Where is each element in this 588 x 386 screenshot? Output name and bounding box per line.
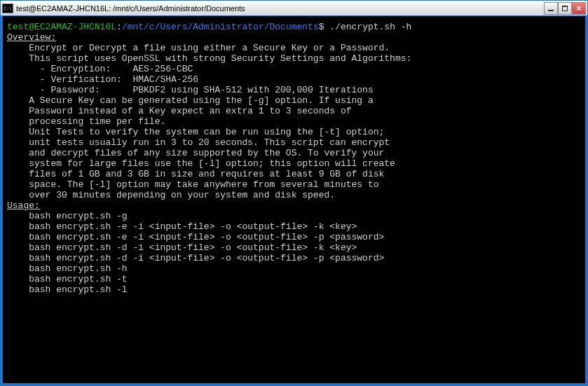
- titlebar[interactable]: C:\ test@EC2AMAZ-JHCN16L: /mnt/c/Users/A…: [1, 1, 587, 16]
- maximize-icon: [562, 6, 568, 11]
- output-line: bash encrypt.sh -g: [7, 211, 581, 221]
- output-line: Unit Tests to verify the system can be r…: [7, 127, 581, 137]
- prompt-dollar: $: [319, 22, 324, 32]
- output-line: bash encrypt.sh -h: [7, 263, 581, 274]
- terminal-window: C:\ test@EC2AMAZ-JHCN16L: /mnt/c/Users/A…: [0, 0, 588, 386]
- terminal-icon: C:\: [2, 4, 13, 13]
- output-line: unit tests usually run in 3 to 20 second…: [7, 137, 581, 148]
- output-line: bash encrypt.sh -d -i <input-file> -o <o…: [7, 253, 581, 263]
- close-button[interactable]: ×: [572, 2, 586, 15]
- output-line: bash encrypt.sh -d -i <input-file> -o <o…: [7, 242, 581, 253]
- minimize-button[interactable]: [544, 2, 558, 15]
- prompt-path: /mnt/c/Users/Administrator/Documents: [122, 22, 319, 32]
- output-line: system for large files use the [-l] opti…: [7, 158, 581, 169]
- output-line: Encrypt or Decrypt a file using either a…: [7, 43, 581, 53]
- output-line: files of 1 GB and 3 GB in size and requi…: [7, 169, 581, 179]
- output-line: and decrypt files of any size supported …: [7, 148, 581, 158]
- minimize-icon: [548, 10, 554, 11]
- close-icon: ×: [576, 4, 581, 13]
- output-line: bash encrypt.sh -e -i <input-file> -o <o…: [7, 232, 581, 242]
- window-controls: ×: [544, 2, 586, 15]
- usage-header: Usage:: [7, 200, 581, 211]
- output-line: processing time per file.: [7, 116, 581, 127]
- output-line: This script uses OpenSSL with strong Sec…: [7, 53, 581, 64]
- prompt-separator: :: [116, 22, 122, 32]
- prompt-line: test@EC2AMAZ-JHCN16L:/mnt/c/Users/Admini…: [7, 22, 581, 32]
- terminal-body[interactable]: test@EC2AMAZ-JHCN16L:/mnt/c/Users/Admini…: [1, 16, 587, 385]
- output-line: over 30 minutes depending on your system…: [7, 190, 581, 200]
- output-line: A Secure Key can be generated using the …: [7, 95, 581, 106]
- overview-header: Overview:: [7, 32, 581, 43]
- output-line: bash encrypt.sh -t: [7, 274, 581, 284]
- output-line: - Encryption: AES-256-CBC: [7, 64, 581, 74]
- output-line: space. The [-l] option may take anywhere…: [7, 179, 581, 190]
- output-line: - Verification: HMAC/SHA-256: [7, 74, 581, 85]
- maximize-button[interactable]: [558, 2, 572, 15]
- window-title: test@EC2AMAZ-JHCN16L: /mnt/c/Users/Admin…: [16, 4, 544, 13]
- command-text: ./encrypt.sh -h: [329, 22, 411, 32]
- output-line: bash encrypt.sh -l: [7, 284, 581, 295]
- output-line: - Password: PBKDF2 using SHA-512 with 20…: [7, 85, 581, 95]
- output-line: bash encrypt.sh -e -i <input-file> -o <o…: [7, 221, 581, 232]
- prompt-user-host: test@EC2AMAZ-JHCN16L: [7, 22, 116, 32]
- output-line: Password instead of a Key expect an extr…: [7, 106, 581, 116]
